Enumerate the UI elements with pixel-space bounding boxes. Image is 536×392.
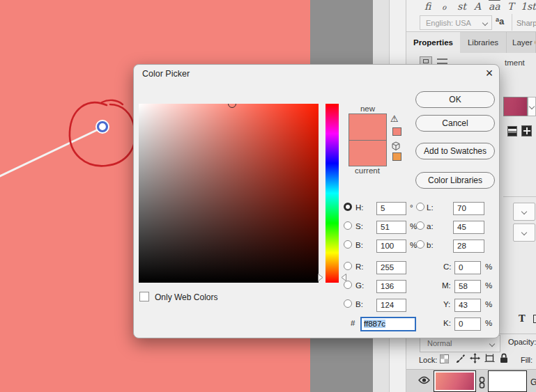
gamut-safe-swatch[interactable] — [392, 127, 401, 136]
color-picker-dialog: Color Picker × new current ⚠ OK Cancel A… — [133, 64, 500, 338]
g-input[interactable]: 136 — [376, 280, 406, 293]
radio-s[interactable] — [344, 221, 352, 230]
a-input[interactable]: 45 — [453, 221, 484, 234]
swash-icon[interactable]: A — [474, 1, 481, 12]
hex-prefix: # — [351, 319, 355, 327]
k-unit: % — [485, 319, 492, 327]
ligatures-icon[interactable]: fi — [424, 1, 431, 12]
c-label: C: — [443, 262, 452, 271]
r-input[interactable]: 255 — [376, 261, 406, 274]
only-web-colors-checkbox[interactable] — [139, 292, 149, 301]
lock-position-icon[interactable] — [470, 353, 480, 363]
properties-dropdown-2[interactable] — [513, 224, 535, 242]
gradient-fill-swatch[interactable] — [503, 97, 528, 116]
m-label: M: — [442, 281, 451, 290]
radio-a[interactable] — [416, 221, 424, 230]
fill-label: Fill: — [521, 356, 533, 364]
chevron-down-icon — [529, 104, 535, 109]
radio-h[interactable] — [344, 203, 352, 211]
color-field-marker[interactable] — [228, 104, 236, 108]
properties-dropdown-1[interactable] — [513, 203, 535, 221]
layer-thumbnail[interactable] — [434, 370, 476, 392]
linear-gradient-style-icon[interactable] — [507, 126, 517, 136]
radio-l[interactable] — [416, 203, 424, 211]
blend-mode-value: Normal — [427, 339, 452, 347]
tab-libraries[interactable]: Libraries — [460, 32, 507, 53]
titling-alternates-icon[interactable]: T — [507, 1, 514, 12]
c-input[interactable]: 0 — [454, 261, 481, 274]
k-input[interactable]: 0 — [454, 317, 481, 331]
tab-layer-comps[interactable]: Layer Co — [507, 32, 536, 53]
b2-label: B: — [355, 300, 363, 308]
close-icon[interactable]: × — [481, 65, 498, 82]
lock-transparent-pixels-icon[interactable] — [440, 354, 449, 363]
anti-alias-select[interactable]: Sharp — [516, 19, 536, 27]
radio-g[interactable] — [344, 281, 352, 289]
gamut-warning-icon[interactable]: ⚠ — [390, 113, 399, 124]
s-label: S: — [355, 222, 363, 230]
b-label: B: — [355, 241, 363, 249]
saturation-brightness-field[interactable] — [139, 104, 319, 283]
web-safe-cube-icon[interactable] — [391, 141, 401, 151]
radio-b[interactable] — [344, 240, 352, 249]
b-input[interactable]: 100 — [376, 240, 406, 253]
contextual-alternates-icon[interactable]: ℴ — [442, 1, 446, 12]
properties-mask-icon[interactable] — [437, 58, 447, 64]
gradient-picker-dropdown[interactable] — [528, 97, 536, 116]
s-input[interactable]: 51 — [376, 221, 406, 234]
add-to-swatches-button[interactable]: Add to Swatches — [415, 143, 495, 159]
filter-type-icon[interactable]: T — [519, 313, 526, 324]
ordinals-icon[interactable]: 1st — [521, 1, 536, 12]
y-unit: % — [485, 300, 492, 308]
lab-b-input[interactable]: 28 — [453, 240, 484, 253]
hex-input[interactable]: ff887c — [360, 317, 416, 331]
dialog-title: Color Picker — [142, 69, 190, 79]
panel-header-truncated: tment — [505, 58, 525, 67]
layer-mask-thumbnail[interactable] — [488, 370, 527, 392]
m-input[interactable]: 58 — [454, 280, 481, 293]
discretionary-ligatures-icon[interactable]: st — [457, 1, 466, 12]
radio-lab-b[interactable] — [416, 240, 424, 249]
gradient-control-point[interactable] — [98, 123, 107, 132]
lock-all-icon[interactable] — [500, 353, 508, 363]
l-label: L: — [427, 203, 434, 212]
lock-label: Lock: — [419, 356, 437, 364]
cancel-button[interactable]: Cancel — [415, 115, 495, 132]
r-label: R: — [355, 262, 364, 271]
filter-shape-icon[interactable] — [533, 315, 536, 323]
lock-artboard-icon[interactable] — [484, 354, 495, 363]
layer-name-truncated: G — [530, 377, 536, 387]
current-color-swatch[interactable] — [349, 140, 387, 166]
k-label: K: — [443, 319, 451, 327]
hue-slider-left-arrow-icon[interactable] — [318, 274, 323, 281]
g-label: G: — [355, 281, 364, 290]
radio-b2[interactable] — [344, 299, 352, 308]
layer-visibility-eye-icon[interactable] — [418, 376, 430, 384]
h-input[interactable]: 5 — [376, 202, 406, 215]
chevron-down-icon — [521, 230, 527, 235]
hue-slider-right-arrow-icon[interactable] — [341, 274, 346, 281]
lock-image-pixels-icon[interactable] — [456, 354, 466, 363]
layer-mask-link-icon[interactable] — [479, 377, 485, 389]
new-color-label: new — [349, 104, 387, 113]
language-select[interactable]: English: USA — [420, 15, 492, 30]
panel-divider — [503, 196, 536, 197]
red-annotation-circle — [70, 102, 135, 166]
color-libraries-button[interactable]: Color Libraries — [415, 172, 495, 189]
anti-alias-icon: aa — [496, 16, 504, 26]
y-label: Y: — [443, 300, 450, 308]
l-input[interactable]: 70 — [453, 202, 484, 215]
stylistic-alternates-icon[interactable]: aa — [489, 1, 500, 12]
tab-properties[interactable]: Properties — [406, 32, 460, 53]
m-unit: % — [485, 281, 492, 290]
radial-gradient-style-icon[interactable] — [521, 125, 532, 136]
web-safe-swatch[interactable] — [392, 152, 401, 161]
y-input[interactable]: 43 — [454, 299, 481, 312]
b2-input[interactable]: 124 — [376, 299, 406, 312]
radio-r[interactable] — [344, 262, 352, 270]
h-unit: ° — [410, 203, 413, 212]
ok-button[interactable]: OK — [415, 91, 495, 108]
gradient-guide-line — [0, 127, 102, 176]
hue-slider[interactable] — [326, 104, 339, 283]
photoshop-workspace: fi ℴ st A aa T 1st English: USA aa Sharp… — [0, 0, 536, 392]
